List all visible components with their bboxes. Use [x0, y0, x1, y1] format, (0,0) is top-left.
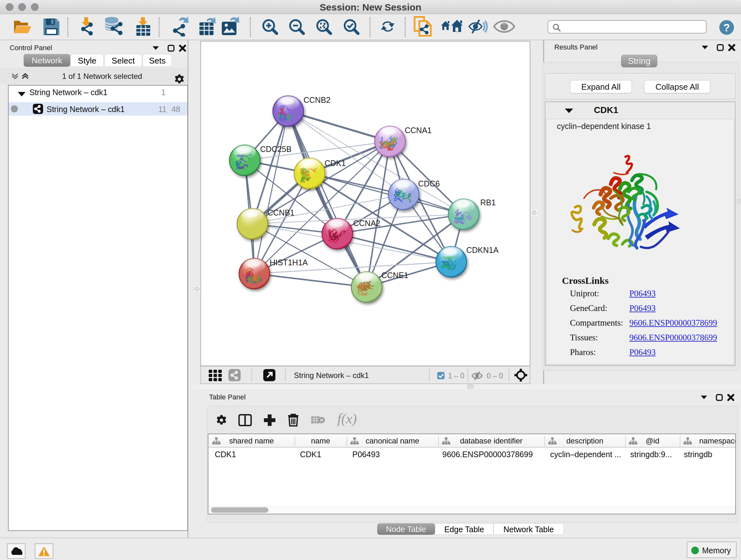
svg-text:CCNE1: CCNE1 [381, 271, 408, 280]
svg-text:CDC6: CDC6 [418, 179, 440, 188]
svg-text:CCNA2: CCNA2 [353, 219, 381, 228]
svg-text:CDC25B: CDC25B [260, 145, 292, 153]
svg-text:RB1: RB1 [480, 198, 496, 207]
svg-text:CDKN1A: CDKN1A [466, 246, 499, 254]
svg-text:CCNB2: CCNB2 [304, 96, 331, 105]
svg-text:CDK1: CDK1 [325, 159, 346, 168]
svg-text:CCNA1: CCNA1 [405, 126, 432, 135]
svg-text:CCNB1: CCNB1 [267, 208, 294, 217]
svg-text:HIST1H1A: HIST1H1A [270, 258, 308, 267]
